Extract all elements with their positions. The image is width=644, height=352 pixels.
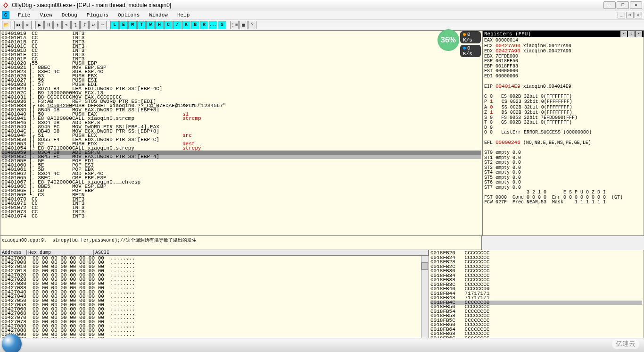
c-button[interactable]: C <box>2 11 9 19</box>
help-button[interactable]: ? <box>248 21 256 29</box>
start-button[interactable] <box>2 334 22 352</box>
dump-scrollbar[interactable] <box>421 256 429 350</box>
mdi-close-button[interactable]: × <box>635 12 642 18</box>
toolbar-k-button[interactable]: K <box>182 21 190 29</box>
toolbar-b-button[interactable]: B <box>191 21 199 29</box>
open-button[interactable]: 📂 <box>2 21 10 29</box>
mdi-restore-button[interactable]: ❐ <box>626 12 634 18</box>
hex-dump-pane[interactable]: Address Hex dump ASCII 00427000 00 00 00… <box>0 250 429 349</box>
registers-header: Registers (FPU) ‹ ‹ ‹ <box>483 31 644 37</box>
app-icon <box>2 1 9 9</box>
close-debug-button[interactable]: ✕ <box>23 21 32 29</box>
registers-body: EAX 00000014 ECX 00427A90 xiaoqin0.00427… <box>483 37 644 206</box>
watermark: 亿速云 <box>612 339 639 349</box>
menu-window[interactable]: Window <box>144 11 173 19</box>
dump-header: Address Hex dump ASCII <box>0 250 429 256</box>
execute-till-return-button[interactable]: ↩ <box>89 21 98 29</box>
stack-pane[interactable]: 0018FB20 CCCCCCCC0018FB24 CCCCCCCC0018FB… <box>429 250 644 349</box>
toolbar-t-button[interactable]: T <box>137 21 146 29</box>
disasm-row[interactable]: 00401074CCINT3 <box>1 214 481 218</box>
disassembly-pane[interactable]: 00401019CCINT30040101ACCINT30040101BCCIN… <box>0 31 482 235</box>
goto-button[interactable]: → <box>98 21 107 29</box>
window-title: OllyDbg - xiaoqin00.exe - [CPU - main th… <box>12 2 603 8</box>
dump-col-ascii[interactable]: ASCII <box>94 250 429 255</box>
toolbar-s-button[interactable]: S <box>218 21 226 29</box>
toolbar: 📂 ⏮ ✕ ▶ ⏸ ↧ ↷ ⤵ ⤴ ↩ → LEMTWHC/KBR...S ⋮≡… <box>0 20 644 30</box>
pause-button[interactable]: ⏸ <box>44 21 53 29</box>
registers-pane[interactable]: Registers (FPU) ‹ ‹ ‹ EAX 00000014 ECX 0… <box>483 30 644 236</box>
menu-file[interactable]: File <box>13 11 35 19</box>
dump-col-hex[interactable]: Hex dump <box>27 250 94 255</box>
toolbar-/-button[interactable]: / <box>173 21 182 29</box>
step-over-button[interactable]: ↷ <box>62 21 71 29</box>
taskbar[interactable] <box>0 338 644 352</box>
menu-view[interactable]: View <box>35 11 57 19</box>
menu-plugins[interactable]: Plugins <box>82 11 113 19</box>
toolbar-h-button[interactable]: H <box>155 21 164 29</box>
maximize-button[interactable]: □ <box>617 1 629 9</box>
toolbar-m-button[interactable]: M <box>128 21 137 29</box>
appearance-button[interactable]: ▦ <box>239 21 248 29</box>
reg-next-button[interactable]: ‹ <box>628 31 635 37</box>
rewind-button[interactable]: ⏮ <box>14 21 23 29</box>
window-titlebar: OllyDbg - xiaoqin00.exe - [CPU - main th… <box>0 0 644 10</box>
toolbar-l-button[interactable]: L <box>110 21 119 29</box>
reg-prev-button[interactable]: ‹ <box>620 31 627 37</box>
toolbar-w-button[interactable]: W <box>146 21 155 29</box>
step-into-button[interactable]: ↧ <box>53 21 62 29</box>
trace-over-button[interactable]: ⤴ <box>80 21 89 29</box>
settings-button[interactable]: ⋮≡ <box>230 21 239 29</box>
registers-title: Registers (FPU) <box>484 31 531 37</box>
run-button[interactable]: ▶ <box>35 21 44 29</box>
menu-help[interactable]: Help <box>173 11 194 19</box>
menu-options[interactable]: Options <box>113 11 144 19</box>
minimize-button[interactable]: — <box>603 1 616 9</box>
menu-debug[interactable]: Debug <box>57 11 82 19</box>
trace-into-button[interactable]: ⤵ <box>71 21 80 29</box>
toolbar-e-button[interactable]: E <box>119 21 128 29</box>
close-button[interactable]: ✕ <box>630 1 642 9</box>
mdi-minimize-button[interactable]: _ <box>618 12 625 18</box>
toolbar-c-button[interactable]: C <box>164 21 173 29</box>
menu-bar: C FileViewDebugPluginsOptionsWindowHelp … <box>0 10 644 20</box>
reg-last-button[interactable]: ‹ <box>636 31 642 37</box>
toolbar-r-button[interactable]: R <box>200 21 208 29</box>
dump-col-address[interactable]: Address <box>0 250 27 255</box>
info-pane: xiaoqin00.cpp:9. strcpy(buffer,password)… <box>0 236 482 250</box>
toolbar-...-button[interactable]: ... <box>209 21 217 29</box>
